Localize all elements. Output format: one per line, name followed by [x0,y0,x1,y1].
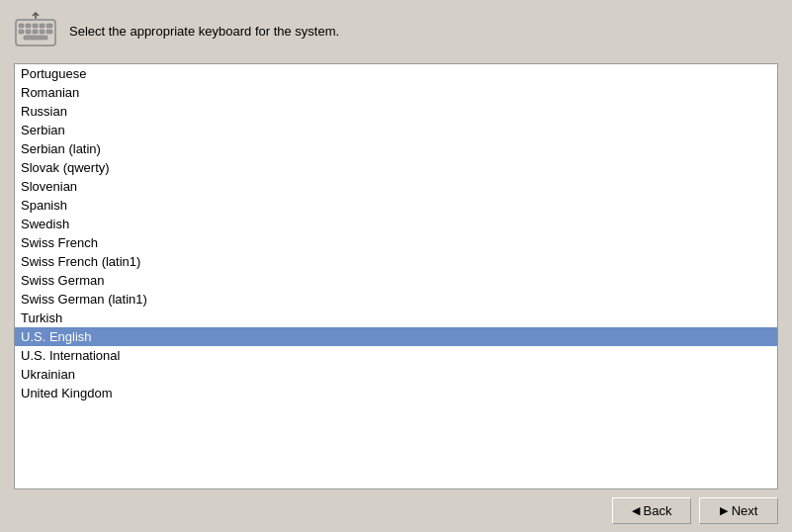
list-item[interactable]: Spanish [15,196,777,215]
svg-rect-7 [26,30,31,34]
list-item[interactable]: Turkish [15,309,777,327]
back-label: Back [644,503,672,518]
list-item[interactable]: Swedish [15,215,777,233]
list-item[interactable]: Slovenian [15,177,777,196]
list-item[interactable]: Slovak (qwerty) [15,158,777,177]
list-item[interactable]: Portuguese [15,64,777,83]
svg-rect-1 [19,24,24,28]
footer: ◀ Back ▶ Next [0,489,792,532]
svg-rect-10 [46,30,52,34]
list-item[interactable]: Serbian (latin) [15,139,777,158]
list-item[interactable]: Russian [15,102,777,121]
svg-rect-2 [26,24,31,28]
list-item[interactable]: United Kingdom [15,384,777,402]
list-item[interactable]: Swiss French [15,233,777,252]
svg-rect-4 [40,24,44,28]
back-icon: ◀ [632,504,640,517]
svg-rect-3 [33,24,38,28]
svg-rect-9 [40,30,44,34]
list-item[interactable]: Swiss French (latin1) [15,252,777,271]
header-description: Select the appropriate keyboard for the … [69,23,339,41]
svg-rect-6 [19,30,24,34]
list-item[interactable]: Swiss German (latin1) [15,290,777,309]
next-button[interactable]: ▶ Next [699,497,778,524]
next-label: Next [732,503,758,518]
list-item[interactable]: Romanian [15,83,777,102]
list-item[interactable]: Serbian [15,121,777,139]
list-item[interactable]: Ukrainian [15,365,777,384]
back-button[interactable]: ◀ Back [612,497,691,524]
language-list-container: PortugueseRomanianRussianSerbianSerbian … [14,63,778,489]
svg-rect-5 [46,24,52,28]
keyboard-icon [14,10,57,53]
list-item[interactable]: Swiss German [15,271,777,290]
header: Select the appropriate keyboard for the … [0,0,792,63]
list-item[interactable]: U.S. International [15,346,777,365]
language-list-scroll[interactable]: PortugueseRomanianRussianSerbianSerbian … [15,64,777,488]
next-icon: ▶ [720,504,728,517]
list-item[interactable]: U.S. English [15,327,777,346]
svg-rect-8 [33,30,38,34]
svg-rect-11 [24,36,47,40]
